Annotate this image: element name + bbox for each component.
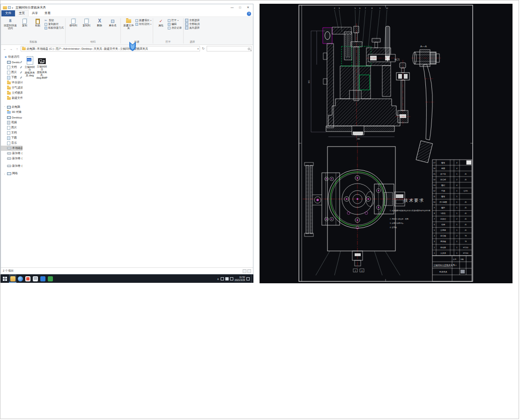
- sidebar-item-pictures-pinned[interactable]: 图片: [1, 70, 22, 75]
- breadcrumb-item[interactable]: Desktop: [82, 47, 92, 50]
- copy-path-button[interactable]: 复制路径: [45, 22, 64, 26]
- svg-text:夹具体: 夹具体: [440, 252, 446, 254]
- sidebar-item-network[interactable]: ›网络: [1, 171, 22, 176]
- details-view-icon[interactable]: [243, 269, 246, 273]
- copy-button[interactable]: 复制: [18, 17, 31, 27]
- breadcrumb-item[interactable]: 本地磁盘 (C:): [37, 47, 54, 51]
- clock[interactable]: 11:52 2021/3/29: [235, 276, 245, 281]
- file-item-bmp[interactable]: 立轴回转分 度铣床夹 具. dwg.BMP: [37, 56, 47, 79]
- svg-text:螺母: 螺母: [441, 195, 445, 198]
- quick-access-dropdown-icon[interactable]: ▾: [12, 6, 13, 9]
- show-desktop-button[interactable]: [251, 274, 253, 283]
- tray-expand-icon[interactable]: ∧: [217, 277, 219, 280]
- easy-access-button[interactable]: 轻松访问▾: [135, 22, 151, 26]
- select-all-button[interactable]: 全部选择: [185, 19, 200, 22]
- rename-button[interactable]: 重命名: [106, 17, 119, 27]
- chevron-down-icon[interactable]: ˇ: [4, 106, 6, 109]
- copy-to-button[interactable]: 复制到: [80, 17, 93, 27]
- select-none-button[interactable]: 全部取消: [185, 22, 200, 26]
- cut-button[interactable]: ✂剪切: [45, 19, 64, 22]
- sidebar-item-volume-d[interactable]: 新加卷 (D:): [1, 151, 22, 156]
- copy-icon: [22, 18, 28, 24]
- sidebar-item-recent-folder[interactable]: 立式铣床图纸: [1, 90, 22, 96]
- sidebar-item-documents[interactable]: 文档: [1, 130, 22, 135]
- search-input[interactable]: [207, 46, 252, 52]
- back-button[interactable]: ←: [2, 47, 7, 51]
- taskbar-document-app[interactable]: [31, 274, 39, 283]
- sidebar-item-desktop[interactable]: Desktop: [1, 115, 22, 120]
- forward-button[interactable]: →: [8, 47, 14, 51]
- sidebar-item-recent-folder[interactable]: 空气滤清器盖铣钻: [1, 85, 22, 90]
- sidebar-item-downloads[interactable]: 下载: [1, 135, 22, 140]
- open-button[interactable]: 打开▾: [168, 19, 182, 22]
- history-button[interactable]: 历史记录: [168, 26, 182, 29]
- edit-icon: [168, 23, 171, 26]
- up-button[interactable]: ↑: [15, 47, 20, 51]
- taskbar-file-explorer[interactable]: [9, 274, 16, 283]
- move-to-button[interactable]: 移动到: [67, 17, 80, 27]
- copy-path-icon: [45, 23, 47, 26]
- sidebar-item-desktop-pinned[interactable]: Desktop: [1, 59, 22, 65]
- notification-center-icon[interactable]: [246, 277, 250, 280]
- folder-icon: [7, 87, 11, 89]
- sidebar-item-local-disk-c[interactable]: 本地磁盘 (C:): [1, 146, 22, 151]
- taskbar-browser[interactable]: [16, 274, 24, 283]
- file-name: 立轴回转分 度铣床夹 具. dwg.BMP: [37, 65, 48, 79]
- quick-access-toolbar-icon[interactable]: [8, 6, 11, 9]
- maximize-button[interactable]: □: [236, 4, 244, 11]
- taskbar-app-blue[interactable]: [39, 274, 46, 283]
- close-button[interactable]: ✕: [244, 4, 252, 11]
- tab-view[interactable]: 查看: [41, 10, 54, 16]
- address-bar[interactable]: 此电脑›本地磁盘 (C:)›用户›Administrator›Desktop›大…: [21, 46, 200, 52]
- pin-to-quick-access-button[interactable]: 固定到快速访问: [3, 17, 18, 29]
- svg-text:1: 1: [456, 195, 458, 198]
- network-icon[interactable]: [230, 277, 233, 280]
- file-item-dwg[interactable]: dwg 立轴回转分 度铣床夹 具.dwg: [24, 56, 35, 77]
- tab-file[interactable]: 文件: [1, 10, 15, 16]
- paste-shortcut-button[interactable]: 粘贴快捷方式: [45, 26, 64, 29]
- start-button[interactable]: [0, 274, 9, 283]
- properties-button[interactable]: ✓ 属性: [155, 17, 167, 27]
- sidebar-item-volume-f[interactable]: 新加卷 (F:): [1, 163, 22, 169]
- breadcrumb-item[interactable]: 新建文件夹: [104, 47, 118, 51]
- tab-share[interactable]: 共享: [29, 10, 41, 16]
- sidebar-item-recent-folder[interactable]: 毕业设计说明书图: [1, 80, 22, 85]
- green-app-icon: [48, 276, 53, 281]
- help-icon[interactable]: ?: [247, 12, 251, 16]
- breadcrumb-item[interactable]: 此电脑: [27, 47, 35, 51]
- browser-icon: [18, 276, 23, 281]
- svg-text:HT200: HT200: [463, 252, 468, 254]
- tab-home[interactable]: 主页: [15, 10, 29, 16]
- refresh-icon[interactable]: ↻: [201, 47, 206, 51]
- sidebar-item-documents-pinned[interactable]: 文档: [1, 65, 22, 70]
- svg-text:16: 16: [433, 167, 436, 169]
- svg-text:1: 1: [456, 223, 458, 226]
- sidebar-item-volume-e[interactable]: 新加卷 (E:): [1, 156, 22, 161]
- sidebar-item-this-pc[interactable]: ˇ此电脑: [1, 104, 22, 110]
- breadcrumb-item[interactable]: 大夹具: [94, 47, 102, 51]
- sidebar-item-pictures[interactable]: 图片: [1, 125, 22, 130]
- new-item-button[interactable]: 新建项目▾: [135, 19, 151, 22]
- sidebar-item-videos[interactable]: 视频: [1, 120, 22, 125]
- sidebar-item-recent-folder[interactable]: 新建文件夹: [1, 96, 22, 101]
- breadcrumb-item[interactable]: Administrator: [63, 47, 80, 50]
- chevron-right-icon[interactable]: ›: [4, 172, 6, 175]
- new-folder-button[interactable]: 新建文件夹: [122, 17, 135, 29]
- paste-button[interactable]: 粘贴: [31, 17, 44, 27]
- taskbar-wps[interactable]: [24, 274, 31, 283]
- delete-button[interactable]: X 删除: [93, 17, 106, 27]
- thumbnails-view-icon[interactable]: [247, 269, 251, 273]
- volume-icon[interactable]: [225, 277, 229, 280]
- taskbar-app-green[interactable]: [46, 274, 54, 283]
- address-dropdown-icon[interactable]: ▾: [197, 47, 199, 50]
- sidebar-item-3d-objects[interactable]: 3D 对象: [1, 110, 22, 115]
- minimize-button[interactable]: —: [228, 4, 236, 11]
- sidebar-item-downloads-pinned[interactable]: 下载: [1, 75, 22, 80]
- sidebar-item-quick-access[interactable]: ★快速访问: [1, 54, 22, 59]
- app-icon: [3, 6, 7, 9]
- edit-button[interactable]: 编辑: [168, 22, 182, 26]
- sidebar-item-music[interactable]: 音乐: [1, 140, 22, 146]
- invert-selection-button[interactable]: 反向选择: [185, 26, 200, 29]
- tray-app-icon[interactable]: [221, 277, 224, 280]
- breadcrumb-item[interactable]: 用户: [56, 47, 61, 51]
